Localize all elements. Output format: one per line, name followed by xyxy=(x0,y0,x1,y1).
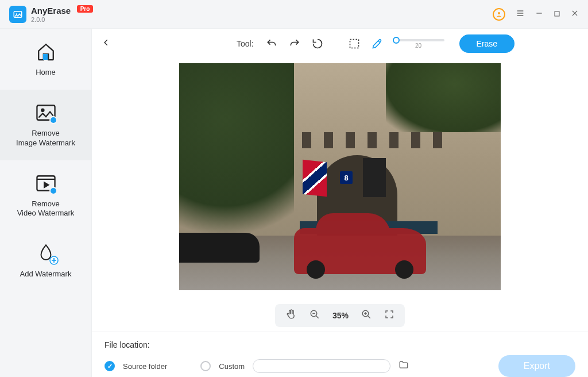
maximize-icon[interactable] xyxy=(554,10,560,19)
sidebar-item-remove-image-watermark[interactable]: Remove Image Watermark xyxy=(0,90,91,160)
sidebar: Home Remove Image Watermark Remove Video… xyxy=(0,29,91,377)
redo-icon[interactable] xyxy=(286,35,303,52)
eraser-accent-icon xyxy=(49,187,57,195)
custom-path-input[interactable] xyxy=(253,359,390,373)
toolbar: Tool: 20 Erase xyxy=(92,29,588,59)
export-button[interactable]: Export xyxy=(498,355,575,377)
sidebar-item-add-watermark[interactable]: Add Watermark xyxy=(0,230,91,291)
file-location-label: File location: xyxy=(105,340,575,349)
sidebar-item-label: Remove Image Watermark xyxy=(16,129,75,148)
building-number: 8 xyxy=(340,171,353,184)
window-controls xyxy=(493,8,579,21)
brush-size-value: 20 xyxy=(415,43,421,49)
pro-badge: Pro xyxy=(77,5,94,13)
pan-icon[interactable] xyxy=(285,309,297,322)
custom-folder-label: Custom xyxy=(219,362,245,371)
minimize-icon[interactable] xyxy=(535,9,543,19)
svg-rect-10 xyxy=(43,54,48,60)
canvas-area: 8 xyxy=(92,59,588,299)
sidebar-item-label: Home xyxy=(36,68,56,77)
fullscreen-icon[interactable] xyxy=(384,309,394,322)
tool-label: Tool: xyxy=(237,39,254,48)
undo-icon[interactable] xyxy=(263,35,280,52)
selection-mask xyxy=(294,228,426,274)
menu-icon[interactable] xyxy=(516,9,525,20)
eraser-accent-icon xyxy=(49,116,57,124)
zoom-in-icon[interactable] xyxy=(361,309,372,322)
reset-icon[interactable] xyxy=(309,35,326,52)
sidebar-item-label: Add Watermark xyxy=(20,270,72,279)
close-icon[interactable] xyxy=(571,9,579,19)
marquee-tool-icon[interactable] xyxy=(346,35,363,52)
custom-folder-radio[interactable] xyxy=(200,361,211,371)
svg-line-20 xyxy=(316,316,319,318)
sidebar-item-home[interactable]: Home xyxy=(0,29,91,90)
add-watermark-icon xyxy=(36,243,56,264)
svg-rect-7 xyxy=(555,11,559,16)
app-version: 2.0.0 xyxy=(31,16,93,23)
image-canvas[interactable]: 8 xyxy=(179,63,501,290)
home-icon xyxy=(36,41,56,62)
app-logo xyxy=(9,6,26,23)
svg-point-2 xyxy=(498,12,500,14)
account-icon[interactable] xyxy=(493,8,505,21)
footer: File location: Source folder Custom Expo… xyxy=(92,332,588,377)
workspace: Tool: 20 Erase 8 xyxy=(91,29,588,377)
svg-line-23 xyxy=(368,316,370,318)
brush-size-slider[interactable]: 20 xyxy=(393,39,444,49)
titlebar: AnyErase Pro 2.0.0 xyxy=(0,0,588,29)
source-folder-label: Source folder xyxy=(123,362,167,371)
svg-point-12 xyxy=(41,109,44,111)
source-folder-radio[interactable] xyxy=(105,361,115,371)
zoom-bar: 35% xyxy=(92,299,588,332)
remove-video-watermark-icon xyxy=(36,173,56,194)
svg-rect-18 xyxy=(350,40,358,48)
remove-image-watermark-icon xyxy=(36,102,56,123)
brush-tool-icon[interactable] xyxy=(369,35,386,52)
sidebar-item-remove-video-watermark[interactable]: Remove Video Watermark xyxy=(0,160,91,231)
sidebar-item-label: Remove Video Watermark xyxy=(17,199,75,218)
browse-folder-icon[interactable] xyxy=(399,360,409,372)
zoom-out-icon[interactable] xyxy=(310,309,320,322)
erase-button[interactable]: Erase xyxy=(459,34,515,53)
back-button[interactable] xyxy=(102,39,116,49)
app-title-block: AnyErase Pro 2.0.0 xyxy=(31,6,93,23)
zoom-value: 35% xyxy=(332,311,349,320)
app-name: AnyErase xyxy=(31,6,71,16)
